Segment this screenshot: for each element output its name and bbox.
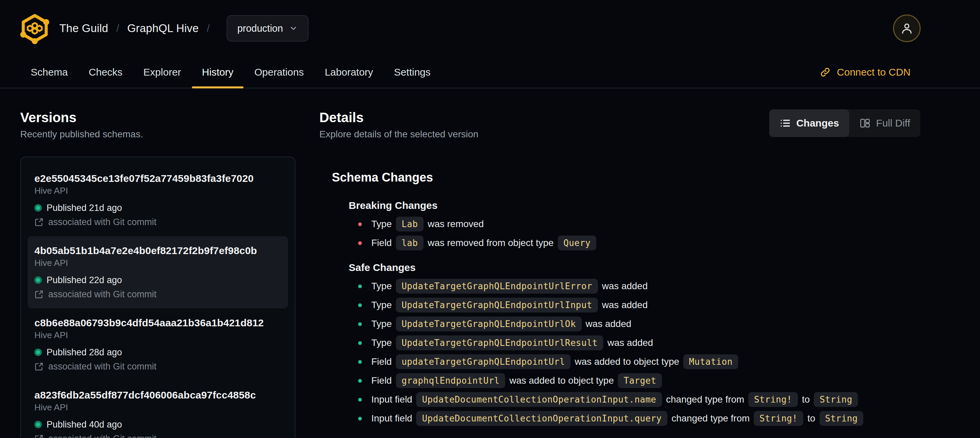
published-dot-icon	[34, 349, 42, 356]
safe-changes-list: TypeUpdateTargetGraphQLEndpointUrlErrorw…	[332, 277, 920, 428]
code-chip: Query	[558, 236, 597, 250]
code-chip: graphqlEndpointUrl	[396, 373, 506, 388]
target-selector-dropdown[interactable]: production	[227, 15, 309, 41]
version-service-name: Hive API	[34, 329, 281, 341]
git-commit-label: associated with Git commit	[48, 433, 156, 438]
nav-tab-schema[interactable]: Schema	[31, 57, 68, 88]
project-nav: SchemaChecksExplorerHistoryOperationsLab…	[0, 57, 980, 88]
change-text: was added to object type	[574, 356, 679, 367]
main-content: Versions Recently published schemas. e2e…	[0, 88, 980, 438]
link-icon	[819, 67, 831, 78]
version-published-status: Published 21d ago	[34, 202, 281, 214]
version-git-commit-link[interactable]: associated with Git commit	[34, 433, 281, 438]
safe-bullet-icon	[358, 360, 362, 364]
safe-bullet-icon	[358, 417, 362, 420]
version-published-label: Published 40d ago	[46, 419, 122, 430]
view-toggle-changes[interactable]: Changes	[769, 109, 849, 137]
safe-bullet-icon	[358, 341, 362, 345]
versions-panel: Versions Recently published schemas. e2e…	[20, 109, 296, 438]
git-commit-label: associated with Git commit	[48, 362, 156, 372]
change-text: to	[802, 394, 810, 405]
version-published-status: Published 22d ago	[34, 274, 281, 286]
code-chip: String	[819, 411, 864, 426]
target-selector-value: production	[237, 23, 283, 34]
nav-tab-checks[interactable]: Checks	[89, 57, 123, 88]
external-link-icon	[34, 362, 43, 371]
external-link-icon	[34, 434, 43, 438]
nav-tab-laboratory[interactable]: Laboratory	[325, 57, 373, 88]
nav-tabs: SchemaChecksExplorerHistoryOperationsLab…	[31, 57, 431, 88]
version-service-name: Hive API	[34, 185, 281, 196]
version-list-item[interactable]: 4b05ab51b1b4a7e2e4b0ef82172f2b9f7ef98c0b…	[28, 236, 288, 308]
change-text: was removed	[428, 219, 484, 229]
view-toggle-full-diff[interactable]: Full Diff	[849, 109, 920, 137]
breadcrumb-org[interactable]: The Guild	[59, 22, 108, 35]
nav-tab-settings[interactable]: Settings	[394, 57, 430, 88]
change-text: was added	[602, 281, 648, 291]
code-chip: String	[814, 392, 858, 407]
view-toggle: ChangesFull Diff	[769, 109, 920, 137]
breaking-bullet-icon	[358, 222, 362, 226]
version-published-label: Published 21d ago	[46, 203, 122, 213]
code-chip: Lab	[396, 217, 423, 231]
git-commit-label: associated with Git commit	[48, 289, 156, 299]
version-service-name: Hive API	[34, 257, 281, 269]
change-text: was added	[607, 338, 653, 348]
git-commit-label: associated with Git commit	[48, 217, 156, 228]
change-row: Input fieldUpdateDocumentCollectionOpera…	[358, 409, 920, 428]
schema-changes-title: Schema Changes	[332, 170, 920, 185]
change-row: TypeUpdateTargetGraphQLEndpointUrlOkwas …	[358, 314, 920, 333]
code-chip: lab	[396, 236, 423, 250]
version-published-status: Published 40d ago	[34, 419, 281, 430]
version-commit-hash: c8b6e88a06793b9c4dfd54aaa21b36a1b421d812	[34, 317, 281, 329]
version-list-item[interactable]: a823f6db2a55df877dcf406006abca97fcc4858c…	[28, 381, 288, 438]
change-row: Input fieldUpdateDocumentCollectionOpera…	[358, 390, 920, 409]
version-list: e2e55045345ce13fe07f52a77459b83fa3fe7020…	[20, 156, 296, 438]
published-dot-icon	[34, 276, 42, 284]
version-git-commit-link[interactable]: associated with Git commit	[34, 216, 281, 228]
hive-logo-icon	[20, 13, 49, 44]
breaking-bullet-icon	[358, 241, 362, 245]
change-text: Input field	[371, 394, 412, 405]
change-row: TypeUpdateTargetGraphQLEndpointUrlResult…	[358, 333, 920, 352]
code-chip: updateTargetGraphQLEndpointUrl	[396, 354, 571, 369]
change-text: was added to object type	[509, 375, 614, 386]
safe-bullet-icon	[358, 379, 362, 383]
version-list-item[interactable]: e2e55045345ce13fe07f52a77459b83fa3fe7020…	[28, 164, 288, 236]
user-avatar-button[interactable]	[893, 14, 921, 42]
connect-to-cdn-link[interactable]: Connect to CDN	[819, 67, 910, 78]
nav-tab-explorer[interactable]: Explorer	[143, 57, 181, 88]
version-commit-hash: e2e55045345ce13fe07f52a77459b83fa3fe7020	[34, 172, 281, 185]
view-toggle-label: Full Diff	[876, 118, 910, 129]
change-row: Fieldlabwas removed from object typeQuer…	[358, 234, 920, 252]
version-git-commit-link[interactable]: associated with Git commit	[34, 288, 281, 300]
change-text: Type	[371, 338, 392, 348]
version-commit-hash: 4b05ab51b1b4a7e2e4b0ef82172f2b9f7ef98c0b	[34, 244, 281, 257]
change-text: was added	[586, 319, 631, 329]
code-chip: UpdateTargetGraphQLEndpointUrlInput	[396, 298, 598, 312]
code-chip: Target	[618, 373, 662, 388]
details-header: Details Explore details of the selected …	[319, 109, 920, 140]
version-git-commit-link[interactable]: associated with Git commit	[34, 360, 281, 373]
breadcrumb-project[interactable]: GraphQL Hive	[127, 22, 199, 35]
nav-tab-history[interactable]: History	[202, 57, 233, 88]
columns-icon	[859, 118, 871, 129]
safe-bullet-icon	[358, 285, 362, 288]
version-commit-hash: a823f6db2a55df877dcf406006abca97fcc4858c	[34, 389, 281, 401]
user-icon	[900, 22, 913, 35]
details-heading-block: Details Explore details of the selected …	[319, 109, 479, 140]
safe-bullet-icon	[358, 303, 362, 307]
code-chip: Mutation	[683, 354, 738, 369]
version-list-item[interactable]: c8b6e88a06793b9c4dfd54aaa21b36a1b421d812…	[28, 308, 288, 381]
change-groups: Breaking ChangesTypeLabwas removedFieldl…	[332, 199, 920, 428]
top-bar: The Guild / GraphQL Hive / production	[0, 0, 980, 57]
version-published-status: Published 28d ago	[34, 346, 281, 358]
breadcrumb-separator: /	[207, 22, 209, 34]
version-published-label: Published 28d ago	[46, 347, 122, 358]
safe-changes-title: Safe Changes	[349, 261, 920, 274]
details-subtitle: Explore details of the selected version	[319, 128, 479, 140]
nav-tab-operations[interactable]: Operations	[254, 57, 304, 88]
external-link-icon	[34, 290, 43, 299]
change-text: Field	[371, 356, 392, 367]
change-text: was added	[602, 299, 648, 311]
